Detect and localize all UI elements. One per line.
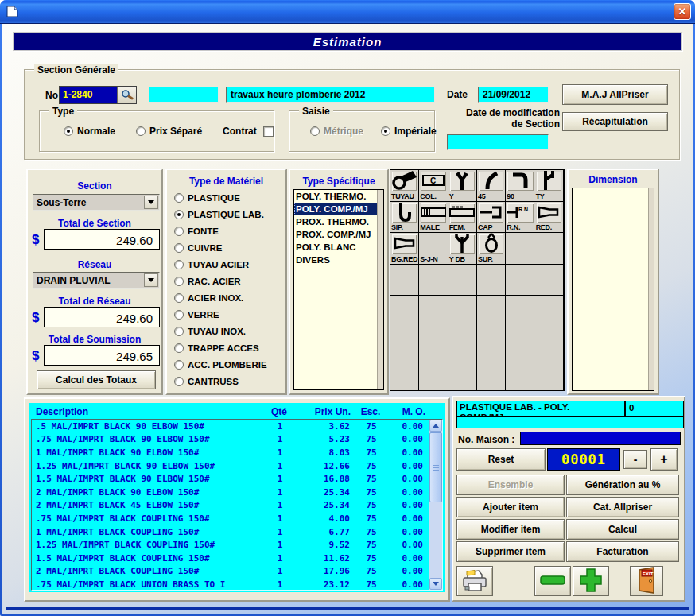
radio-icon[interactable] xyxy=(310,126,320,136)
radio-icon[interactable] xyxy=(381,126,390,136)
scrollbar-thumb[interactable] xyxy=(429,432,442,502)
fitting-cell[interactable] xyxy=(506,327,534,359)
table-row[interactable]: 1.5 MAL/IMPRT BLACK 90 ELBOW 150# 1 16.8… xyxy=(32,472,429,486)
fitting-cell[interactable] xyxy=(390,327,419,359)
type-radio-option[interactable]: Prix Séparé xyxy=(136,126,202,137)
contrat-checkbox[interactable] xyxy=(263,126,274,137)
list-item[interactable]: PROX. COMP./MJ xyxy=(294,228,383,241)
table-row[interactable]: 1.25 MAL/IMPRT BLACK 90 ELBOW 150# 1 12.… xyxy=(32,459,429,473)
action-button[interactable]: Cat. Allpriser xyxy=(566,497,679,517)
reference-field[interactable] xyxy=(149,87,219,103)
materiel-radio-option[interactable]: ACC. PLOMBERIE xyxy=(174,357,284,374)
radio-icon[interactable] xyxy=(174,327,184,336)
list-item[interactable]: POLY. THERMO. xyxy=(294,190,383,203)
maj-allpriser-button[interactable]: M.A.J AllPriser xyxy=(562,84,668,105)
fitting-cell[interactable] xyxy=(477,296,506,327)
action-button[interactable]: Ajouter item xyxy=(456,497,565,517)
list-item[interactable]: PROX. THERMO. xyxy=(294,215,383,228)
fitting-cell[interactable]: 90 xyxy=(506,170,534,202)
dropdown-button[interactable] xyxy=(144,273,158,287)
fitting-cell[interactable] xyxy=(506,358,534,390)
action-button[interactable]: Génération au % xyxy=(566,475,679,495)
fitting-cell[interactable] xyxy=(506,265,534,296)
radio-icon[interactable] xyxy=(174,210,184,219)
table-row[interactable]: .75 MAL/IMPRT BLACK UNION BRASS TO I 1 2… xyxy=(32,578,429,591)
fitting-cell[interactable] xyxy=(448,358,477,390)
scrollbar[interactable] xyxy=(429,420,442,590)
fitting-cell[interactable] xyxy=(448,296,477,327)
radio-icon[interactable] xyxy=(174,227,184,236)
fitting-cell[interactable] xyxy=(506,233,534,265)
estimate-description-field[interactable]: travaux heure plomberie 2012 xyxy=(226,87,435,103)
materiel-radio-option[interactable]: RAC. ACIER xyxy=(174,273,284,289)
materiel-radio-option[interactable]: TUYAU INOX. xyxy=(174,323,284,340)
radio-icon[interactable] xyxy=(174,310,184,320)
list-item[interactable]: POLY. BLANC xyxy=(294,241,383,254)
materiel-radio-option[interactable]: ACIER INOX. xyxy=(174,289,284,306)
reset-button[interactable]: Reset xyxy=(456,448,546,471)
fitting-cell[interactable]: Y xyxy=(448,170,477,202)
scrollbar-track[interactable] xyxy=(648,188,654,390)
table-row[interactable]: 2 MAL/IMPRT BLACK COUPLING 150# 1 17.96 … xyxy=(32,565,429,579)
materiel-radio-option[interactable]: TUYAU ACIER xyxy=(174,256,284,273)
reseau-dropdown[interactable]: DRAIN PLUVIAL xyxy=(33,272,160,289)
fitting-cell[interactable]: TY xyxy=(535,170,564,202)
radio-icon[interactable] xyxy=(174,193,184,203)
radio-icon[interactable] xyxy=(174,360,184,370)
fitting-cell[interactable] xyxy=(390,358,419,390)
print-button[interactable] xyxy=(456,566,493,596)
table-row[interactable]: .75 MAL/IMPRT BLACK 90 ELBOW 150# 1 5.23… xyxy=(32,433,429,447)
fitting-cell[interactable] xyxy=(390,296,419,327)
materiel-radio-option[interactable]: TRAPPE ACCES xyxy=(174,340,284,357)
scrollbar-down-button[interactable] xyxy=(429,578,442,590)
radio-icon[interactable] xyxy=(174,277,184,286)
scrollbar-track[interactable] xyxy=(377,190,383,389)
fitting-cell[interactable] xyxy=(535,327,564,359)
materiel-radio-option[interactable]: CUIVRE xyxy=(174,239,284,256)
action-button[interactable]: Modifier item xyxy=(456,519,565,540)
fitting-cell[interactable]: RED. xyxy=(535,202,564,234)
table-row[interactable]: 2 MAL/IMPRT BLACK 90 ELBOW 150# 1 25.34 … xyxy=(32,486,429,499)
radio-icon[interactable] xyxy=(136,126,146,136)
section-dropdown[interactable]: Sous-Terre xyxy=(33,194,160,211)
fitting-cell[interactable] xyxy=(419,358,448,390)
fitting-cell[interactable]: R.N. R.N. xyxy=(506,202,534,234)
date-modification-field[interactable] xyxy=(447,134,549,150)
specifique-listbox[interactable]: POLY. THERMO. POLY. COMP./MJ PROX. THERM… xyxy=(293,189,384,390)
date-field[interactable]: 21/09/2012 xyxy=(478,87,549,103)
no-maison-input[interactable] xyxy=(520,432,681,445)
dropdown-button[interactable] xyxy=(144,196,158,209)
fitting-cell[interactable]: SIP. xyxy=(390,202,419,234)
table-row[interactable]: 2 MAL/IMPRT BLACK 45 ELBOW 150# 1 25.34 … xyxy=(32,499,429,513)
radio-icon[interactable] xyxy=(174,377,184,386)
calcul-totaux-button[interactable]: Calcul des Totaux xyxy=(37,370,156,389)
action-button[interactable]: Facturation xyxy=(566,541,679,562)
fitting-cell[interactable] xyxy=(448,265,477,296)
fitting-cell[interactable] xyxy=(535,265,564,296)
fitting-cell[interactable] xyxy=(419,296,448,327)
table-row[interactable]: .5 MAL/IMPRT BLACK 90 ELBOW 150# 1 3.62 … xyxy=(32,420,429,433)
browse-button[interactable] xyxy=(117,87,136,103)
radio-icon[interactable] xyxy=(174,293,184,303)
fitting-cell[interactable] xyxy=(535,296,564,327)
fitting-cell[interactable]: CAP xyxy=(477,202,506,234)
type-radio-option[interactable]: Normale xyxy=(64,126,115,137)
materiel-radio-option[interactable]: FONTE xyxy=(174,223,284,239)
saisie-radio-option[interactable]: Métrique xyxy=(310,126,363,137)
list-item[interactable]: DIVERS xyxy=(294,254,383,266)
add-line-button[interactable] xyxy=(573,566,609,596)
fitting-cell[interactable] xyxy=(477,327,506,359)
fitting-cell[interactable] xyxy=(535,233,564,265)
table-row[interactable]: 1.25 MAL/IMPRT BLACK COUPLING 150# 1 9.5… xyxy=(32,538,429,552)
fitting-cell[interactable] xyxy=(506,296,534,327)
fitting-cell[interactable] xyxy=(390,265,419,296)
action-button[interactable]: Ensemble xyxy=(456,475,565,495)
saisie-radio-option[interactable]: Impériale xyxy=(381,126,437,137)
fitting-cell[interactable] xyxy=(448,327,477,359)
fitting-cell[interactable]: SUP. xyxy=(477,233,506,265)
action-button[interactable]: Supprimer item xyxy=(456,541,565,562)
fitting-cell[interactable]: MALE xyxy=(419,202,448,234)
materiel-radio-option[interactable]: PLASTIQUE xyxy=(174,189,284,206)
radio-icon[interactable] xyxy=(174,343,184,353)
table-row[interactable]: 1.5 MAL/IMPRT BLACK COUPLING 150# 1 11.6… xyxy=(32,552,429,565)
